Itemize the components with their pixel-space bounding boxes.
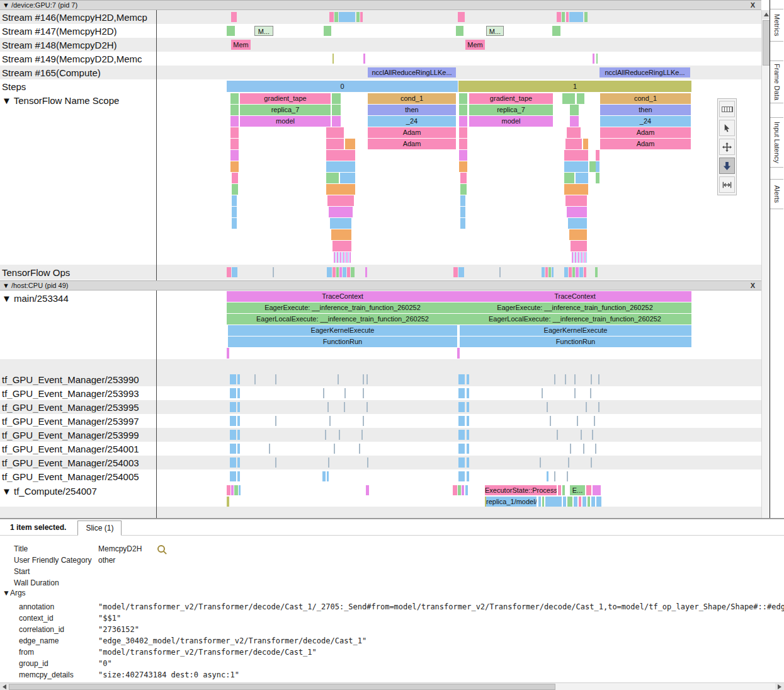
timeline-slice[interactable]	[581, 430, 582, 440]
timeline-slice[interactable]	[458, 485, 461, 495]
timeline-slice[interactable]: _24	[600, 116, 691, 127]
timeline-slice[interactable]	[574, 497, 577, 507]
timeline-slice[interactable]	[329, 207, 353, 217]
timeline-slice[interactable]: model	[469, 116, 553, 127]
timeline-slice[interactable]: gradient_tape	[469, 93, 553, 104]
timeline-slice[interactable]	[237, 457, 240, 468]
timeline-slice[interactable]	[552, 26, 560, 36]
timeline-slice[interactable]	[545, 267, 548, 277]
timeline-slice[interactable]	[563, 497, 566, 507]
timeline-slice[interactable]	[230, 127, 239, 138]
side-tab-frame-data[interactable]: Frame Data	[770, 60, 783, 103]
timeline-slice[interactable]	[459, 150, 467, 161]
timeline-slice[interactable]	[230, 444, 236, 454]
timeline-slice[interactable]: Adam	[368, 139, 456, 149]
timeline-slice[interactable]	[458, 267, 464, 277]
timeline-slice[interactable]	[365, 267, 367, 277]
timeline-slice[interactable]	[593, 485, 601, 495]
timeline-slice[interactable]: ncclAllReduceRingLLKe...	[368, 67, 456, 78]
timeline-slice[interactable]	[467, 457, 469, 468]
timeline-slice[interactable]	[596, 161, 599, 172]
process-title[interactable]: ▼ /device:GPU:7 (pid 7)	[3, 1, 77, 9]
timeline-slice[interactable]	[232, 218, 237, 229]
timeline-slice[interactable]	[237, 444, 240, 454]
timeline-slice[interactable]	[564, 267, 568, 277]
timeline-slice[interactable]	[329, 416, 331, 426]
timeline-slice[interactable]	[467, 430, 469, 440]
timeline-slice[interactable]	[330, 218, 351, 229]
timeline-slice[interactable]	[230, 150, 239, 161]
timeline-slice[interactable]	[557, 12, 561, 22]
timeline-slice[interactable]: 1	[458, 81, 691, 92]
timeline-slice[interactable]	[459, 127, 467, 138]
timeline-slice[interactable]	[460, 184, 467, 195]
timeline-slice[interactable]	[344, 388, 346, 398]
timeline-slice[interactable]	[230, 116, 239, 127]
timeline-slice[interactable]: TraceContext	[227, 291, 458, 302]
timeline-slice[interactable]	[586, 402, 587, 412]
timeline-slice[interactable]	[460, 173, 467, 183]
timeline-slice[interactable]: replica_1/model/t...	[486, 497, 537, 507]
timeline-slice[interactable]	[234, 485, 238, 495]
timeline-slice[interactable]	[326, 127, 344, 138]
timeline-slice[interactable]	[327, 402, 329, 412]
process-header[interactable]: ▼ /device:GPU:7 (pid 7)X	[0, 0, 761, 10]
timeline-slice[interactable]	[542, 267, 545, 277]
timeline-slice[interactable]	[237, 430, 240, 440]
select-tool-button[interactable]	[719, 120, 735, 136]
hscrollbar-thumb[interactable]	[9, 684, 555, 690]
timeline-slice[interactable]	[462, 485, 464, 495]
timeline-slice[interactable]	[564, 161, 588, 172]
timeline-slice[interactable]: gradient_tape	[240, 93, 331, 104]
timeline-slice[interactable]	[334, 444, 335, 454]
timeline-slice[interactable]	[571, 241, 587, 251]
timeline-slice[interactable]	[339, 430, 340, 440]
side-tab-metrics[interactable]: Metrics	[770, 9, 783, 42]
timeline-slice[interactable]	[538, 497, 541, 507]
timeline-slice[interactable]	[590, 388, 591, 398]
timeline-slice[interactable]	[230, 430, 236, 440]
timeline-slice[interactable]	[459, 161, 467, 172]
timeline-slice[interactable]	[568, 457, 569, 468]
timeline-slice[interactable]	[230, 93, 239, 104]
timeline-slice[interactable]	[569, 229, 587, 240]
timeline-slice[interactable]	[340, 173, 355, 183]
zoom-tool-button[interactable]	[719, 158, 735, 174]
timeline-slice[interactable]	[598, 374, 599, 384]
timeline-slice[interactable]	[557, 430, 558, 440]
timeline-slice[interactable]	[227, 267, 231, 277]
timeline-slice[interactable]	[569, 267, 572, 277]
scroll-right-button[interactable]	[775, 683, 784, 690]
timeline-slice[interactable]	[339, 267, 342, 277]
timeline-slice[interactable]: FunctionRun	[228, 336, 457, 347]
timeline-slice[interactable]	[227, 26, 235, 36]
timeline-slice[interactable]	[269, 444, 270, 454]
timeline-slice[interactable]	[467, 416, 469, 426]
timeline-slice[interactable]	[326, 173, 339, 183]
timeline-slice[interactable]	[326, 161, 355, 172]
timeline-slice[interactable]	[595, 444, 596, 454]
timeline-slice[interactable]	[230, 457, 236, 468]
timeline-slice[interactable]	[595, 267, 598, 277]
timing-tool-button[interactable]	[719, 176, 735, 193]
timeline-slice[interactable]	[547, 471, 548, 481]
timeline-slice[interactable]	[459, 93, 467, 104]
timeline-slice[interactable]	[275, 457, 276, 468]
timeline-slice[interactable]	[567, 207, 587, 217]
scrollbar-thumb[interactable]	[763, 20, 770, 66]
timeline-slice[interactable]	[554, 471, 555, 481]
timeline-slice[interactable]	[334, 12, 338, 22]
timeline-slice[interactable]	[564, 173, 574, 183]
timeline-slice[interactable]: then	[368, 105, 456, 115]
timeline-slice[interactable]	[592, 430, 593, 440]
ruler-tool-button[interactable]	[719, 101, 735, 117]
timeline-slice[interactable]	[231, 485, 234, 495]
timeline-slice[interactable]	[574, 374, 576, 384]
timeline-slice[interactable]	[562, 12, 565, 22]
timeline-slice[interactable]: _24	[368, 116, 456, 127]
timeline-slice[interactable]	[458, 444, 465, 454]
timeline-slice[interactable]: replica_7	[240, 105, 331, 115]
timeline-slice[interactable]	[459, 116, 467, 127]
timeline-slice[interactable]	[596, 173, 599, 183]
timeline-slice[interactable]	[332, 93, 341, 104]
